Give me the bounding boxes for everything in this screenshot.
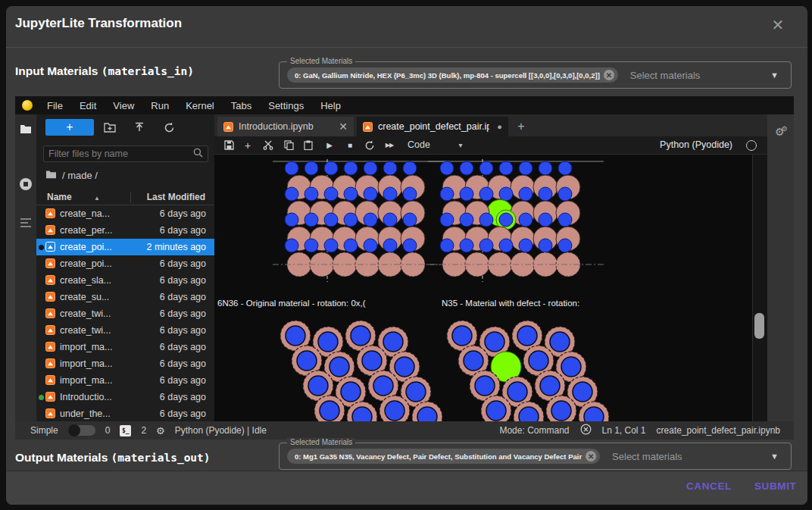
search-icon — [193, 147, 203, 161]
cell-type-select[interactable]: Code ▾ — [408, 139, 462, 150]
notebook-scrollbar-thumb[interactable] — [754, 313, 764, 339]
run-icon[interactable]: ▶ — [321, 136, 338, 154]
menu-file[interactable]: File — [39, 100, 71, 111]
simple-mode-label: Simple — [30, 425, 58, 436]
notebook-icon — [45, 292, 55, 302]
submit-button[interactable]: SUBMIT — [754, 480, 796, 492]
file-name: create_na... — [60, 208, 110, 219]
file-name: Introductio... — [60, 392, 112, 402]
menu-tabs[interactable]: Tabs — [223, 100, 260, 111]
notebook-output-area: 6N36 - Original material - rotation: 0x,… — [214, 155, 767, 421]
file-name: under_the... — [60, 408, 111, 419]
cut-icon[interactable] — [260, 136, 276, 154]
file-list-header[interactable]: Name ▲ Last Modified — [36, 190, 214, 205]
file-filter-input[interactable]: Filter files by name — [43, 145, 208, 162]
file-modified: 6 days ago — [160, 292, 206, 302]
notebook-scrollbar-track[interactable] — [752, 155, 767, 421]
close-tab-icon[interactable]: ✕ — [339, 120, 348, 133]
fast-forward-icon[interactable]: ▶▶ — [381, 136, 398, 154]
notebook-icon — [45, 258, 55, 268]
running-kernels-icon[interactable] — [20, 178, 32, 190]
dialog-actions: CANCEL SUBMIT — [6, 471, 807, 505]
chevron-down-icon: ▾ — [458, 141, 462, 149]
kernel-icon: ⚙ — [156, 425, 165, 436]
cursor-position[interactable]: Ln 1, Col 1 — [602, 425, 646, 436]
material-visualization — [214, 155, 752, 421]
figure-title-original: 6N36 - Original material - rotation: 0x,… — [217, 299, 366, 308]
file-row[interactable]: create_per...6 days ago — [36, 222, 214, 239]
file-name: create_su... — [60, 292, 109, 302]
table-of-contents-icon[interactable] — [20, 217, 32, 231]
input-materials-code: (materials_in) — [102, 65, 194, 77]
notebook-icon — [45, 275, 55, 285]
add-tab-icon[interactable]: + — [513, 118, 529, 135]
file-row[interactable]: create_na...6 days ago — [36, 205, 214, 222]
add-cell-icon[interactable]: + — [239, 136, 256, 154]
file-browser-panel: + Filter files by name / made / — [36, 114, 214, 421]
restart-icon[interactable] — [361, 136, 378, 154]
menu-kernel[interactable]: Kernel — [177, 100, 223, 111]
dialog-title: JupyterLite Transformation — [15, 16, 182, 31]
menu-view[interactable]: View — [105, 100, 142, 111]
save-icon[interactable] — [220, 136, 237, 154]
sort-asc-icon: ▲ — [94, 195, 100, 202]
column-last-modified[interactable]: Last Modified — [147, 192, 205, 202]
new-folder-icon[interactable] — [103, 120, 117, 134]
kernel-status-text[interactable]: Python (Pyodide) | Idle — [175, 425, 267, 436]
menu-help[interactable]: Help — [312, 100, 349, 111]
output-select-placeholder: Select materials — [612, 451, 682, 462]
output-materials-select[interactable]: Selected Materials 0: Mg1 Ga35 N35, Vaca… — [279, 443, 792, 470]
trust-icon — [580, 424, 592, 437]
file-row[interactable]: import_ma...6 days ago — [36, 372, 214, 389]
menu-run[interactable]: Run — [142, 100, 177, 111]
stop-icon[interactable]: ■ — [342, 136, 358, 154]
file-list: create_na...6 days agocreate_per...6 day… — [36, 205, 214, 422]
notebook-icon — [45, 408, 55, 418]
upload-icon[interactable] — [133, 120, 146, 134]
file-row[interactable]: under_the...6 days ago — [36, 405, 214, 422]
input-material-chip[interactable]: 0: GaN, Gallium Nitride, HEX (P6_3mc) 3D… — [287, 67, 618, 83]
file-row[interactable]: create_sla...6 days ago — [36, 272, 214, 289]
menu-items: FileEditViewRunKernelTabsSettingsHelp — [39, 100, 349, 111]
notebook-icon — [45, 242, 55, 252]
output-material-chip[interactable]: 0: Mg1 Ga35 N35, Vacancy Defect, Pair De… — [287, 449, 600, 464]
file-row[interactable]: create_poi...2 minutes ago — [36, 239, 214, 255]
file-row[interactable]: create_poi...6 days ago — [36, 255, 214, 272]
refresh-icon[interactable] — [162, 120, 176, 134]
notebook-icon — [45, 325, 55, 335]
paste-icon[interactable] — [300, 136, 317, 154]
copy-icon[interactable] — [280, 136, 297, 154]
cancel-button[interactable]: CANCEL — [686, 480, 732, 492]
new-launcher-button[interactable]: + — [45, 119, 94, 136]
file-modified: 6 days ago — [160, 325, 206, 336]
chip-remove-icon[interactable]: ✕ — [586, 451, 596, 462]
file-row[interactable]: import_ma...6 days ago — [36, 355, 214, 372]
file-row[interactable]: create_twi...6 days ago — [36, 322, 214, 339]
breadcrumb[interactable]: / made / — [45, 170, 98, 181]
file-row[interactable]: Introductio...6 days ago — [36, 389, 214, 405]
kernel-name[interactable]: Python (Pyodide) — [660, 139, 732, 150]
file-row[interactable]: create_twi...6 days ago — [36, 305, 214, 322]
input-materials-select[interactable]: Selected Materials 0: GaN, Gallium Nitri… — [279, 61, 792, 89]
notebook-icon — [45, 225, 55, 235]
input-select-placeholder: Select materials — [630, 70, 700, 81]
chevron-down-icon[interactable]: ▼ — [770, 70, 779, 80]
file-browser-icon[interactable] — [20, 124, 32, 137]
menu-settings[interactable]: Settings — [260, 100, 312, 111]
chip-remove-icon[interactable]: ✕ — [604, 70, 614, 80]
terminal-count: 0 — [105, 425, 111, 436]
file-row[interactable]: import_ma...6 days ago — [36, 339, 214, 355]
close-icon[interactable]: ✕ — [768, 15, 788, 35]
tab-introduction-ipynb[interactable]: Introduction.ipynb✕ — [217, 117, 354, 136]
tab-create-point-defect-pair-ip[interactable]: create_point_defect_pair.ip● — [357, 117, 508, 136]
chevron-down-icon[interactable]: ▼ — [770, 452, 779, 461]
output-select-legend: Selected Materials — [287, 438, 355, 446]
property-inspector-gears-icon[interactable]: ⚙⚙ — [775, 125, 791, 139]
input-materials-label: Input Materials (materials_in) — [15, 64, 194, 78]
notebook-toolbar: + ▶ ■ ▶▶ Code ▾ — [214, 136, 767, 155]
kernel-status-icon[interactable] — [746, 140, 757, 151]
menu-edit[interactable]: Edit — [71, 100, 105, 111]
file-row[interactable]: create_su...6 days ago — [36, 289, 214, 305]
simple-mode-toggle[interactable] — [68, 425, 95, 436]
column-name[interactable]: Name ▲ — [47, 192, 100, 202]
